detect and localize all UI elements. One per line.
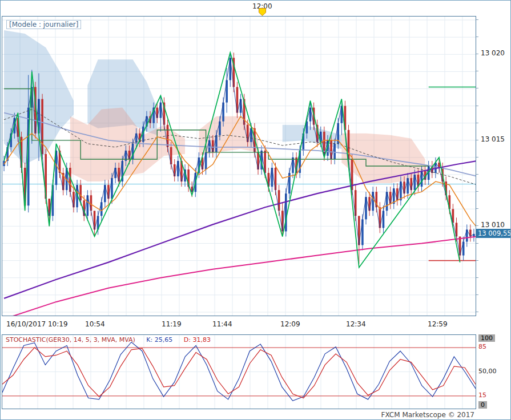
price-axis-tick	[476, 140, 478, 140]
price-axis-tick	[476, 123, 478, 123]
candlestick-chart[interactable]	[2, 17, 476, 316]
time-marker-icon[interactable]	[259, 8, 266, 16]
stochastic-d-value: D: 31,83	[184, 336, 211, 344]
time-axis-label: 11:44	[212, 320, 232, 328]
price-axis-tick	[476, 260, 478, 261]
time-axis-label: 16/10/2017 10:19	[6, 320, 68, 328]
stochastic-chart[interactable]	[2, 335, 476, 409]
stochastic-axis-label: 50,00	[478, 368, 497, 375]
time-axis[interactable]: 16/10/2017 10:1910:5411:1911:4412:0912:3…	[2, 316, 476, 333]
stochastic-header: STOCHASTIC(GER30, 14, 5, 3, MVA, MVA) K:…	[6, 336, 211, 344]
price-axis-tick	[476, 191, 478, 192]
price-axis-tick	[476, 312, 478, 312]
price-axis-tick	[476, 174, 478, 175]
stochastic-axis-label: 0	[478, 401, 487, 409]
stochastic-panel[interactable]: STOCHASTIC(GER30, 14, 5, 3, MVA, MVA) K:…	[2, 334, 476, 409]
price-axis-tick	[476, 243, 478, 244]
price-axis-tick	[476, 294, 478, 295]
price-axis-tick	[476, 157, 478, 158]
price-axis-label: 13 020	[481, 49, 505, 57]
price-axis-tick	[476, 54, 478, 54]
fxcm-marketscope-window: 12:00 [Modele : journalier] 13 009,55 13…	[0, 0, 511, 420]
price-chart-panel[interactable]: [Modele : journalier]	[2, 16, 476, 316]
stochastic-axis-label: 100	[478, 334, 495, 342]
chart-mode-label[interactable]: [Modele : journalier]	[6, 20, 81, 29]
price-axis-tick	[476, 106, 478, 106]
stochastic-axis: 1008550,00150	[476, 334, 511, 409]
stochastic-title: STOCHASTIC(GER30, 14, 5, 3, MVA, MVA)	[6, 336, 135, 344]
price-axis-label: 13 015	[481, 135, 505, 143]
price-axis-tick	[476, 19, 478, 20]
time-axis-label: 12:59	[428, 320, 448, 328]
top-time-strip: 12:00	[1, 1, 510, 16]
stochastic-axis-label: 15	[478, 391, 486, 399]
time-axis-label: 12:34	[346, 320, 366, 328]
time-axis-label: 12:09	[280, 320, 300, 328]
stochastic-k-value: K: 25,65	[146, 336, 172, 344]
price-axis-tick	[476, 88, 478, 88]
stochastic-axis-label: 85	[478, 343, 486, 350]
last-price-tag: 13 009,55	[476, 229, 511, 238]
price-axis-label: 13 010	[481, 221, 505, 229]
time-axis-label: 11:19	[162, 320, 182, 328]
copyright-label: FXCM Marketscope © 2017	[381, 411, 474, 419]
price-axis-tick	[476, 37, 478, 37]
price-axis-tick	[476, 277, 478, 278]
price-axis[interactable]: 13 009,55 13 02013 01513 010	[476, 16, 511, 316]
price-axis-tick	[476, 225, 478, 226]
time-axis-label: 10:54	[85, 320, 105, 328]
price-axis-tick	[476, 71, 478, 71]
price-axis-tick	[476, 208, 478, 209]
